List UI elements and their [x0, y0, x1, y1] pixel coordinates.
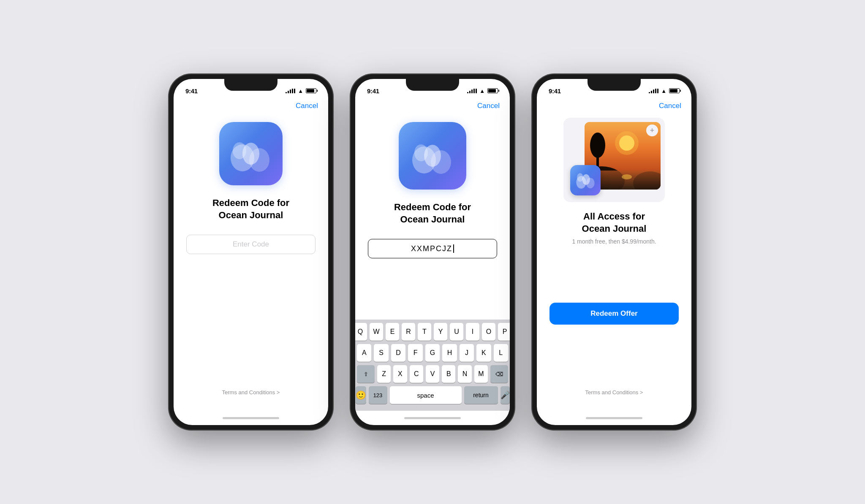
- key-f[interactable]: F: [408, 344, 422, 362]
- status-time-2: 9:41: [367, 87, 379, 95]
- code-input-placeholder-1: Enter Code: [233, 240, 269, 249]
- code-input-2[interactable]: XXMPCJZ: [368, 239, 497, 258]
- key-c[interactable]: C: [410, 365, 423, 383]
- keyboard-row-4: 🙂 123 space return 🎤: [357, 386, 508, 406]
- screen-title-1: Redeem Code forOcean Journal: [212, 197, 289, 221]
- svg-point-21: [577, 173, 583, 182]
- key-m[interactable]: M: [474, 365, 488, 383]
- key-k[interactable]: K: [476, 344, 491, 362]
- notch-2: [406, 79, 459, 91]
- svg-point-17: [622, 174, 632, 179]
- key-a[interactable]: A: [357, 344, 371, 362]
- subscription-image: +: [563, 118, 665, 202]
- key-z[interactable]: Z: [377, 365, 391, 383]
- plus-badge: +: [646, 125, 658, 136]
- text-cursor-2: [453, 244, 454, 253]
- key-g[interactable]: G: [425, 344, 440, 362]
- key-b[interactable]: B: [442, 365, 455, 383]
- wifi-icon-1: ▲: [298, 88, 303, 94]
- key-d[interactable]: D: [391, 344, 405, 362]
- key-e[interactable]: E: [386, 323, 399, 341]
- key-y[interactable]: Y: [434, 323, 447, 341]
- phone-2: 9:41 ▲ Cancel: [350, 74, 515, 430]
- subscription-title: All Access forOcean Journal: [582, 211, 647, 235]
- key-t[interactable]: T: [418, 323, 431, 341]
- key-s[interactable]: S: [374, 344, 388, 362]
- key-w[interactable]: W: [370, 323, 383, 341]
- cancel-button-3[interactable]: Cancel: [659, 102, 681, 110]
- nav-bar-3: Cancel: [537, 100, 691, 114]
- notch-1: [224, 79, 277, 91]
- status-time-1: 9:41: [185, 87, 198, 95]
- key-shift[interactable]: ⇧: [357, 365, 375, 383]
- subscription-subtitle: 1 month free, then $4.99/month.: [572, 238, 656, 245]
- home-indicator-3: [537, 411, 691, 425]
- screen-title-2: Redeem Code forOcean Journal: [394, 201, 471, 225]
- nav-bar-2: Cancel: [355, 100, 510, 114]
- key-j[interactable]: J: [460, 344, 474, 362]
- status-icons-3: ▲: [649, 88, 680, 94]
- signal-icon-2: [467, 88, 477, 93]
- phone-showcase: 9:41 ▲ Cancel: [169, 74, 696, 430]
- signal-icon-1: [286, 88, 295, 93]
- phone-1: 9:41 ▲ Cancel: [169, 74, 333, 430]
- code-input-1[interactable]: Enter Code: [186, 235, 316, 254]
- key-q[interactable]: Q: [355, 323, 367, 341]
- app-icon-2: [399, 122, 466, 190]
- phone-3: 9:41 ▲ Cancel: [532, 74, 696, 430]
- battery-icon-1: [306, 88, 316, 93]
- keyboard-row-3: ⇧ Z X C V B N M ⌫: [357, 365, 508, 383]
- svg-point-20: [582, 174, 590, 185]
- status-time-3: 9:41: [549, 87, 561, 95]
- keyboard-row-1: Q W E R T Y U I O P: [357, 323, 508, 341]
- key-mic[interactable]: 🎤: [501, 386, 510, 404]
- svg-point-10: [615, 131, 639, 155]
- key-123[interactable]: 123: [369, 386, 387, 404]
- home-indicator-2: [355, 411, 510, 425]
- screen-content-2: Redeem Code forOcean Journal XXMPCJZ: [355, 114, 510, 320]
- subscription-content: +: [537, 114, 691, 411]
- notch-3: [588, 79, 641, 91]
- key-i[interactable]: I: [466, 323, 479, 341]
- svg-point-3: [233, 142, 246, 159]
- app-icon-small: [570, 165, 601, 195]
- status-icons-1: ▲: [286, 88, 316, 94]
- key-return[interactable]: return: [464, 386, 498, 404]
- code-input-value-2: XXMPCJZ: [411, 244, 452, 253]
- key-o[interactable]: O: [482, 323, 495, 341]
- signal-icon-3: [649, 88, 658, 93]
- cancel-button-1[interactable]: Cancel: [296, 102, 318, 110]
- key-space[interactable]: space: [390, 386, 462, 404]
- cancel-button-2[interactable]: Cancel: [477, 102, 500, 110]
- home-indicator-1: [174, 411, 328, 425]
- battery-icon-3: [669, 88, 680, 93]
- keyboard-2[interactable]: Q W E R T Y U I O P A S D F G H: [355, 320, 510, 411]
- terms-link-1[interactable]: Terms and Conditions >: [222, 389, 280, 396]
- key-v[interactable]: V: [426, 365, 439, 383]
- key-backspace[interactable]: ⌫: [490, 365, 508, 383]
- key-l[interactable]: L: [494, 344, 508, 362]
- key-emoji[interactable]: 🙂: [356, 386, 366, 404]
- key-u[interactable]: U: [450, 323, 463, 341]
- redeem-offer-button[interactable]: Redeem Offer: [549, 303, 679, 325]
- key-n[interactable]: N: [458, 365, 471, 383]
- svg-point-15: [590, 133, 605, 158]
- wifi-icon-2: ▲: [479, 88, 485, 94]
- status-icons-2: ▲: [467, 88, 498, 94]
- key-r[interactable]: R: [402, 323, 415, 341]
- battery-icon-2: [487, 88, 498, 93]
- key-h[interactable]: H: [442, 344, 457, 362]
- key-p[interactable]: P: [498, 323, 510, 341]
- nav-bar-1: Cancel: [174, 100, 328, 114]
- wifi-icon-3: ▲: [661, 88, 666, 94]
- app-icon-1: [219, 122, 283, 185]
- terms-link-3[interactable]: Terms and Conditions >: [585, 389, 643, 396]
- key-x[interactable]: X: [393, 365, 407, 383]
- keyboard-row-2: A S D F G H J K L: [357, 344, 508, 362]
- screen-content-1: Redeem Code forOcean Journal Enter Code …: [174, 114, 328, 411]
- svg-point-7: [414, 144, 428, 161]
